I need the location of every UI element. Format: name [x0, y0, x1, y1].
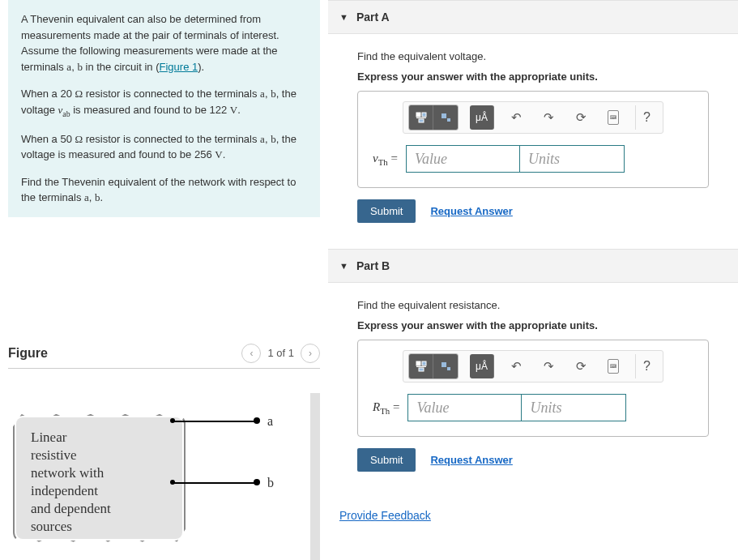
text: resistor is connected to the terminals: [83, 88, 260, 100]
template-buttons: [408, 105, 459, 130]
problem-p3: When a 50 Ω resistor is connected to the…: [21, 131, 307, 163]
svg-rect-0: [416, 113, 420, 117]
svg-rect-9: [419, 368, 424, 371]
svg-rect-5: [447, 118, 450, 122]
text: is measured and found to be 122: [70, 104, 230, 116]
units-input-b[interactable]: [521, 394, 626, 421]
units-label: μÅ: [476, 361, 488, 372]
problem-p1: A Thevenin equivalent can also be determ…: [21, 11, 307, 75]
svg-rect-7: [422, 361, 426, 365]
svg-rect-3: [419, 119, 424, 122]
keyboard-button[interactable]: ⌨: [603, 107, 624, 128]
text: ).: [198, 61, 204, 73]
template-buttons: [408, 353, 459, 379]
units-label: μÅ: [476, 112, 488, 123]
terminal-a-label: a: [267, 414, 273, 429]
equals: =: [390, 400, 399, 413]
value-input-a[interactable]: [406, 145, 519, 173]
figure-prev-button[interactable]: ‹: [241, 344, 261, 363]
value-input-b[interactable]: [407, 394, 521, 421]
svg-rect-10: [442, 362, 446, 367]
figure-body: Linear resistive network with independen…: [8, 393, 320, 560]
figure-nav: ‹ 1 of 1 ›: [241, 344, 320, 363]
node-icon: [254, 417, 260, 424]
svg-rect-2: [416, 118, 426, 118]
var-subscript: Th: [380, 406, 390, 416]
volts-symbol: V: [230, 104, 237, 116]
svg-rect-11: [447, 367, 450, 370]
figure-header: Figure ‹ 1 of 1 ›: [8, 339, 320, 369]
submit-button-a[interactable]: Submit: [357, 199, 416, 223]
problem-p2: When a 20 Ω resistor is connected to the…: [21, 86, 307, 120]
var-symbol: v: [373, 152, 378, 165]
figure-text: resistive: [31, 447, 168, 464]
figure-text: and dependent: [31, 500, 168, 518]
ohm-symbol: Ω: [75, 133, 83, 145]
figure-title: Figure: [8, 346, 48, 361]
svg-rect-4: [442, 113, 446, 118]
text: When a 50: [21, 133, 75, 145]
caret-down-icon: ▼: [339, 261, 348, 271]
units-menu-button[interactable]: μÅ: [470, 354, 494, 378]
wire-icon: [174, 421, 255, 422]
help-button[interactable]: ?: [635, 354, 658, 378]
redo-button[interactable]: ↷: [538, 107, 559, 128]
keyboard-button[interactable]: ⌨: [603, 356, 624, 377]
reset-button[interactable]: ⟳: [570, 107, 591, 128]
part-b: ▼ Part B Find the equivalent resistance.…: [328, 249, 738, 483]
figure-next-button[interactable]: ›: [301, 344, 320, 363]
help-button[interactable]: ?: [635, 105, 658, 130]
answer-box-a: μÅ ↶ ↷ ⟳ ⌨ ? vTh =: [357, 91, 709, 188]
text: resistor is connected to the terminals: [83, 133, 260, 145]
part-a-instruction: Express your answer with the appropriate…: [357, 71, 709, 83]
wire-icon: [174, 482, 255, 484]
text: .: [100, 191, 104, 203]
toolbar-a: μÅ ↶ ↷ ⟳ ⌨ ?: [373, 101, 693, 134]
part-b-instruction: Express your answer with the appropriate…: [357, 319, 709, 331]
units-input-a[interactable]: [519, 145, 625, 173]
figure-text: sources: [31, 518, 168, 536]
redo-button[interactable]: ↷: [538, 356, 559, 377]
var-subscript: Th: [378, 157, 388, 167]
part-a-prompt: Find the equivalent voltage.: [357, 50, 709, 62]
undo-button[interactable]: ↶: [506, 107, 527, 128]
terminal-b-label: b: [267, 476, 274, 490]
text: ,: [89, 191, 95, 203]
figure-text: network with: [31, 464, 168, 482]
units-menu-button[interactable]: μÅ: [470, 105, 494, 130]
figure-text: independent: [31, 482, 168, 500]
request-answer-link-b[interactable]: Request Answer: [430, 454, 512, 466]
ohm-symbol: Ω: [75, 88, 83, 100]
reset-button[interactable]: ⟳: [570, 356, 591, 377]
fraction-template-button[interactable]: [409, 105, 433, 130]
subscript-template-button[interactable]: [433, 105, 458, 130]
request-answer-link-a[interactable]: Request Answer: [430, 205, 512, 217]
voltage-sub: ab: [62, 109, 70, 118]
answer-box-b: μÅ ↶ ↷ ⟳ ⌨ ? RTh =: [357, 340, 709, 437]
subscript-template-button[interactable]: [433, 354, 458, 378]
svg-rect-1: [422, 113, 426, 117]
svg-rect-8: [416, 366, 426, 367]
undo-button[interactable]: ↶: [506, 356, 527, 377]
part-a: ▼ Part A Find the equivalent voltage. Ex…: [328, 0, 738, 234]
text: .: [237, 104, 241, 116]
problem-statement: A Thevenin equivalent can also be determ…: [8, 0, 320, 217]
answer-row-b: RTh =: [373, 394, 693, 421]
part-b-header[interactable]: ▼ Part B: [328, 249, 738, 283]
network-block: Linear resistive network with independen…: [16, 417, 182, 539]
part-a-header[interactable]: ▼ Part A: [328, 0, 738, 34]
problem-p4: Find the Thevenin equivalent of the netw…: [21, 174, 307, 206]
fraction-template-button[interactable]: [409, 354, 433, 378]
part-b-title: Part B: [356, 259, 390, 272]
part-b-prompt: Find the equivalent resistance.: [357, 299, 709, 311]
figure-link[interactable]: Figure 1: [160, 61, 198, 73]
provide-feedback-link[interactable]: Provide Feedback: [339, 509, 431, 522]
variable-label-b: RTh =: [373, 400, 399, 416]
submit-button-b[interactable]: Submit: [357, 448, 416, 472]
answer-row-a: vTh =: [373, 145, 693, 173]
text: .: [223, 148, 226, 160]
svg-rect-6: [416, 361, 420, 365]
volts-symbol: V: [215, 148, 222, 160]
variable-label-a: vTh =: [373, 152, 398, 167]
text: in the circuit in (: [83, 61, 160, 73]
